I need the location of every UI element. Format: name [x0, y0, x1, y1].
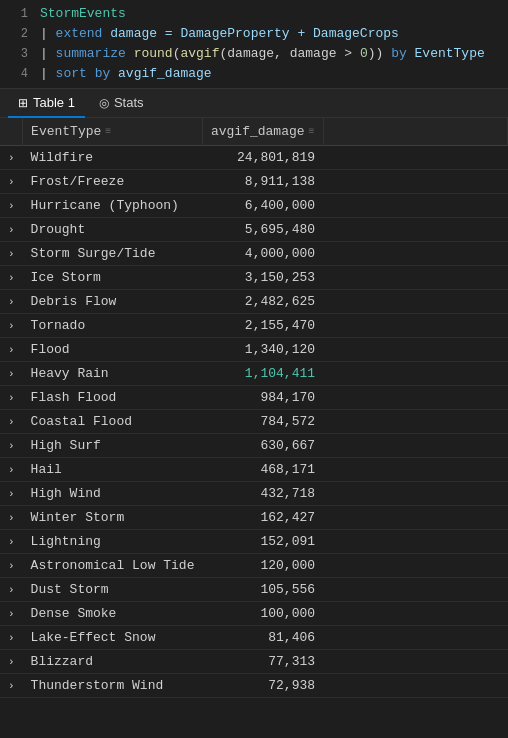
table-row: ›High Wind432,718 — [0, 482, 508, 506]
code-token: summarize — [56, 46, 126, 61]
row-expand[interactable]: › — [0, 626, 23, 650]
row-avgif-damage: 8,911,138 — [202, 170, 323, 194]
row-expand[interactable]: › — [0, 146, 23, 170]
expand-header — [0, 118, 23, 146]
tabs-bar: ⊞Table 1◎Stats — [0, 89, 508, 118]
row-extra — [323, 146, 507, 170]
col-header-event[interactable]: EventType ≡ — [23, 118, 203, 146]
table-row: ›Wildfire24,801,819 — [0, 146, 508, 170]
row-avgif-damage: 6,400,000 — [202, 194, 323, 218]
col-damage-sort-icon[interactable]: ≡ — [309, 126, 315, 137]
row-expand[interactable]: › — [0, 338, 23, 362]
row-event-type: Astronomical Low Tide — [23, 554, 203, 578]
code-token — [87, 66, 95, 81]
row-expand[interactable]: › — [0, 650, 23, 674]
row-event-type: Coastal Flood — [23, 410, 203, 434]
row-avgif-damage: 630,667 — [202, 434, 323, 458]
row-event-type: High Wind — [23, 482, 203, 506]
row-avgif-damage: 72,938 — [202, 674, 323, 698]
col-event-sort-icon[interactable]: ≡ — [105, 126, 111, 137]
row-extra — [323, 578, 507, 602]
code-token: by — [95, 66, 111, 81]
line-number: 2 — [8, 24, 28, 44]
row-event-type: Wildfire — [23, 146, 203, 170]
row-avgif-damage: 152,091 — [202, 530, 323, 554]
row-avgif-damage: 784,572 — [202, 410, 323, 434]
col-header-damage[interactable]: avgif_damage ≡ — [202, 118, 323, 146]
table-container: EventType ≡ avgif_damage ≡ ›Wildfire24,8… — [0, 118, 508, 698]
row-expand[interactable]: › — [0, 530, 23, 554]
row-extra — [323, 434, 507, 458]
row-expand[interactable]: › — [0, 674, 23, 698]
row-event-type: Hurricane (Typhoon) — [23, 194, 203, 218]
table-body: ›Wildfire24,801,819›Frost/Freeze8,911,13… — [0, 146, 508, 698]
tab-icon: ◎ — [99, 96, 109, 110]
row-expand[interactable]: › — [0, 242, 23, 266]
row-extra — [323, 194, 507, 218]
row-expand[interactable]: › — [0, 314, 23, 338]
table-header: EventType ≡ avgif_damage ≡ — [0, 118, 508, 146]
tab-stats[interactable]: ◎Stats — [89, 89, 154, 118]
row-extra — [323, 602, 507, 626]
table-row: ›Storm Surge/Tide4,000,000 — [0, 242, 508, 266]
row-expand[interactable]: › — [0, 386, 23, 410]
row-extra — [323, 290, 507, 314]
row-expand[interactable]: › — [0, 578, 23, 602]
row-extra — [323, 650, 507, 674]
code-line-2: 2| extend damage = DamageProperty + Dama… — [0, 24, 508, 44]
row-extra — [323, 170, 507, 194]
row-expand[interactable]: › — [0, 218, 23, 242]
row-avgif-damage: 2,155,470 — [202, 314, 323, 338]
row-expand[interactable]: › — [0, 506, 23, 530]
table-row: ›Astronomical Low Tide120,000 — [0, 554, 508, 578]
row-avgif-damage: 1,340,120 — [202, 338, 323, 362]
table-row: ›Lightning152,091 — [0, 530, 508, 554]
row-avgif-damage: 105,556 — [202, 578, 323, 602]
row-expand[interactable]: › — [0, 482, 23, 506]
row-avgif-damage: 4,000,000 — [202, 242, 323, 266]
row-extra — [323, 482, 507, 506]
code-token: | — [40, 46, 56, 61]
row-extra — [323, 530, 507, 554]
row-event-type: Hail — [23, 458, 203, 482]
row-expand[interactable]: › — [0, 602, 23, 626]
code-token: by — [391, 46, 407, 61]
tab-icon: ⊞ — [18, 96, 28, 110]
row-avgif-damage: 468,171 — [202, 458, 323, 482]
table-row: ›Flood1,340,120 — [0, 338, 508, 362]
row-expand[interactable]: › — [0, 266, 23, 290]
row-event-type: Heavy Rain — [23, 362, 203, 386]
row-expand[interactable]: › — [0, 458, 23, 482]
table-row: ›Frost/Freeze8,911,138 — [0, 170, 508, 194]
row-event-type: Flood — [23, 338, 203, 362]
row-expand[interactable]: › — [0, 290, 23, 314]
row-avgif-damage: 24,801,819 — [202, 146, 323, 170]
row-extra — [323, 386, 507, 410]
row-event-type: Dust Storm — [23, 578, 203, 602]
row-event-type: Debris Flow — [23, 290, 203, 314]
row-expand[interactable]: › — [0, 554, 23, 578]
code-token: damage = DamageProperty + DamageCrops — [102, 26, 398, 41]
row-expand[interactable]: › — [0, 410, 23, 434]
data-table: EventType ≡ avgif_damage ≡ ›Wildfire24,8… — [0, 118, 508, 698]
code-line-1: 1StormEvents — [0, 4, 508, 24]
row-event-type: Flash Flood — [23, 386, 203, 410]
row-expand[interactable]: › — [0, 362, 23, 386]
row-expand[interactable]: › — [0, 194, 23, 218]
row-extra — [323, 362, 507, 386]
table-row: ›Drought5,695,480 — [0, 218, 508, 242]
row-avgif-damage: 5,695,480 — [202, 218, 323, 242]
table-row: ›Dense Smoke100,000 — [0, 602, 508, 626]
line-number: 1 — [8, 4, 28, 24]
table-row: ›Heavy Rain1,104,411 — [0, 362, 508, 386]
row-avgif-damage: 2,482,625 — [202, 290, 323, 314]
row-extra — [323, 266, 507, 290]
row-extra — [323, 242, 507, 266]
row-expand[interactable]: › — [0, 434, 23, 458]
row-avgif-damage: 81,406 — [202, 626, 323, 650]
row-event-type: Thunderstorm Wind — [23, 674, 203, 698]
code-text: StormEvents — [40, 4, 126, 24]
tab-table-1[interactable]: ⊞Table 1 — [8, 89, 85, 118]
row-expand[interactable]: › — [0, 170, 23, 194]
row-avgif-damage: 77,313 — [202, 650, 323, 674]
